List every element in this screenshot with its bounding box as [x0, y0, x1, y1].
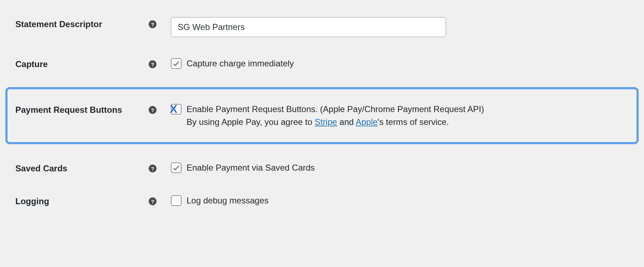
checkmark-icon [172, 164, 180, 172]
row-statement-descriptor: Statement Descriptor ? [0, 7, 644, 47]
capture-checkbox[interactable] [171, 58, 182, 69]
row-capture: Capture ? Capture charge immediately [0, 47, 644, 80]
row-saved-cards: Saved Cards ? Enable Payment via Saved C… [0, 151, 644, 184]
x-mark-icon: X [170, 103, 177, 115]
capture-label: Capture [15, 59, 48, 69]
help-icon[interactable]: ? [149, 165, 157, 172]
logging-checkbox-label: Log debug messages [187, 194, 630, 207]
prb-line2-mid: and [337, 117, 356, 127]
control-col: X Enable Payment Request Buttons. (Apple… [160, 103, 628, 129]
saved-cards-label: Saved Cards [15, 163, 67, 173]
payment-request-checkbox[interactable]: X [171, 104, 182, 115]
label-col: Payment Request Buttons ? [15, 103, 160, 115]
label-col: Logging ? [15, 194, 160, 206]
prb-line2-suffix: 's terms of service. [378, 117, 449, 127]
capture-checkbox-label: Capture charge immediately [187, 57, 630, 70]
payment-request-buttons-label: Payment Request Buttons [15, 105, 122, 115]
saved-cards-checkbox-label: Enable Payment via Saved Cards [187, 161, 630, 174]
help-icon[interactable]: ? [149, 60, 157, 68]
statement-descriptor-input[interactable] [171, 17, 446, 37]
saved-cards-checkbox[interactable] [171, 162, 182, 173]
control-col: Capture charge immediately [160, 57, 630, 70]
help-icon[interactable]: ? [149, 20, 157, 28]
stripe-link[interactable]: Stripe [314, 117, 337, 127]
logging-checkbox[interactable] [171, 195, 182, 206]
apple-link[interactable]: Apple [356, 117, 377, 127]
checkmark-icon [172, 60, 180, 67]
label-col: Capture ? [15, 57, 160, 69]
prb-line2-prefix: By using Apple Pay, you agree to [187, 117, 314, 127]
control-col: Enable Payment via Saved Cards [160, 161, 630, 174]
label-col: Saved Cards ? [15, 161, 160, 173]
payment-request-description: Enable Payment Request Buttons. (Apple P… [187, 103, 628, 129]
row-payment-request-buttons: Payment Request Buttons ? X Enable Payme… [5, 87, 639, 144]
help-icon[interactable]: ? [149, 106, 157, 114]
control-col: Log debug messages [160, 194, 630, 207]
label-col: Statement Descriptor ? [15, 17, 160, 29]
stripe-settings-form: Statement Descriptor ? Capture ? Capture… [0, 0, 644, 231]
help-icon[interactable]: ? [149, 197, 157, 205]
row-logging: Logging ? Log debug messages [0, 184, 644, 217]
control-col [160, 17, 630, 37]
prb-line1: Enable Payment Request Buttons. (Apple P… [187, 104, 484, 114]
logging-label: Logging [15, 196, 49, 206]
statement-descriptor-label: Statement Descriptor [15, 19, 102, 29]
